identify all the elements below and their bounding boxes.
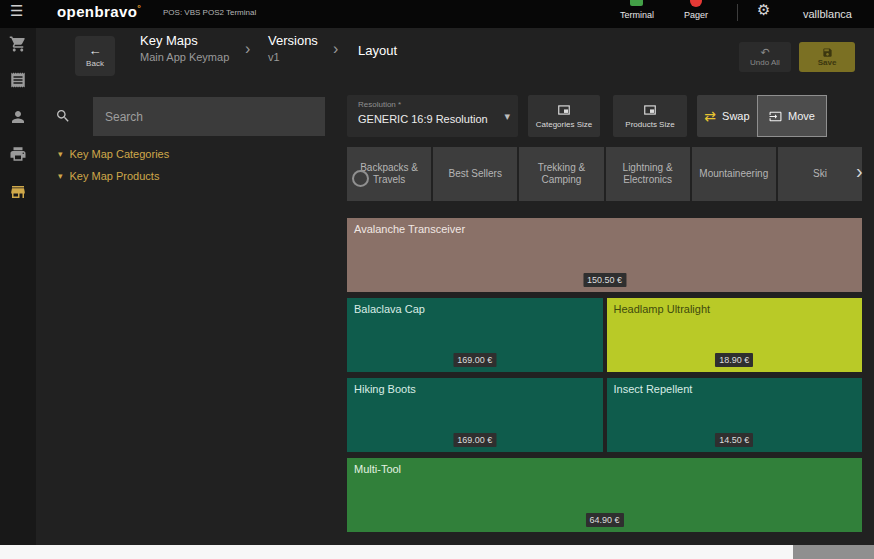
resize-icon — [557, 103, 571, 117]
terminal-status-label[interactable]: Terminal — [615, 10, 659, 20]
search-input[interactable] — [93, 97, 325, 136]
breadcrumb-chevron-icon: › — [245, 41, 250, 57]
categories-size-button[interactable]: Categories Size — [528, 95, 600, 137]
product-price-badge: 14.50 € — [715, 433, 753, 447]
chevron-down-icon: ▾ — [58, 172, 63, 181]
category-tab-row: Backpacks & Travels Best Sellers Trekkin… — [347, 147, 862, 201]
tree-item-label: Key Map Categories — [70, 148, 170, 160]
cart-icon[interactable] — [9, 35, 27, 53]
pos-terminal-label: POS: VBS POS2 Terminal — [163, 8, 256, 17]
move-mode-button-selected[interactable]: Move — [757, 95, 827, 137]
breadcrumb-versions-subtitle: v1 — [268, 51, 318, 63]
breadcrumb-keymaps-title[interactable]: Key Maps — [140, 33, 229, 48]
swap-mode-button[interactable]: ⇄ Swap — [697, 95, 757, 137]
product-tile[interactable]: Hiking Boots 169.00 € — [347, 378, 603, 452]
top-bar: ☰ openbravo° POS: VBS POS2 Terminal Term… — [0, 0, 874, 28]
horizontal-scrollbar-thumb[interactable] — [0, 545, 793, 559]
product-name: Hiking Boots — [354, 383, 596, 395]
search-icon — [55, 108, 71, 124]
product-tile[interactable]: Insect Repellent 14.50 € — [607, 378, 863, 452]
tree-item-label: Key Map Products — [70, 170, 160, 182]
resolution-dropdown[interactable]: Resolution * GENERIC 16:9 Resolution ▾ — [347, 95, 518, 137]
product-name: Avalanche Transceiver — [354, 223, 855, 235]
product-price-badge: 18.90 € — [715, 353, 753, 367]
category-tile[interactable]: Best Sellers — [433, 147, 517, 201]
product-name: Headlamp Ultralight — [614, 303, 856, 315]
products-size-button[interactable]: Products Size — [613, 95, 687, 137]
product-price-badge: 169.00 € — [453, 433, 496, 447]
logged-in-user[interactable]: vallblanca — [803, 8, 852, 20]
product-grid: Avalanche Transceiver 150.50 € Balaclava… — [347, 218, 862, 532]
undo-icon: ↶ — [760, 47, 769, 58]
resolution-selected-value: GENERIC 16:9 Resolution — [358, 113, 488, 125]
back-button[interactable]: ← Back — [75, 36, 115, 76]
customers-icon[interactable] — [9, 108, 27, 126]
swap-arrows-icon: ⇄ — [704, 109, 716, 123]
hamburger-menu-icon[interactable]: ☰ — [10, 3, 23, 18]
receipt-icon[interactable] — [9, 71, 27, 89]
product-name: Balaclava Cap — [354, 303, 596, 315]
category-label: Lightning & Electronics — [611, 162, 685, 187]
save-button[interactable]: Save — [799, 42, 855, 72]
openbravo-logo: openbravo° — [57, 3, 141, 20]
product-name: Multi-Tool — [354, 463, 855, 475]
tree-item-keymap-products[interactable]: ▾ Key Map Products — [58, 170, 159, 182]
app-screen: ☰ openbravo° POS: VBS POS2 Terminal Term… — [0, 0, 874, 559]
product-tile[interactable]: Headlamp Ultralight 18.90 € — [607, 298, 863, 372]
store-keymaps-icon-active[interactable] — [9, 183, 27, 201]
settings-gear-icon[interactable]: ⚙ — [757, 1, 770, 19]
topbar-divider — [737, 4, 738, 21]
category-label: Ski — [813, 168, 827, 181]
category-tile[interactable]: Trekking & Camping — [519, 147, 603, 201]
move-icon — [769, 110, 782, 123]
breadcrumb-versions-title[interactable]: Versions — [268, 33, 318, 48]
move-button-label: Move — [788, 110, 815, 122]
product-price-badge: 169.00 € — [453, 353, 496, 367]
breadcrumb-layout-current: Layout — [358, 43, 397, 58]
product-tile[interactable]: Multi-Tool 64.90 € — [347, 458, 862, 532]
category-label: Trekking & Camping — [524, 162, 598, 187]
category-tile[interactable]: Mountaineering — [692, 147, 776, 201]
product-price-badge: 150.50 € — [583, 273, 626, 287]
resolution-field-label: Resolution * — [358, 100, 401, 109]
undo-all-label: Undo All — [750, 58, 780, 67]
category-tile[interactable]: Lightning & Electronics — [606, 147, 690, 201]
back-button-label: Back — [86, 59, 104, 68]
category-label: Mountaineering — [699, 168, 768, 181]
breadcrumb-chevron-icon: › — [333, 41, 338, 57]
category-tile[interactable]: Ski — [778, 147, 862, 201]
category-scroll-next-icon[interactable]: › — [856, 161, 863, 181]
nav-sidebar — [0, 28, 36, 545]
swap-button-label: Swap — [722, 110, 750, 122]
categories-size-label: Categories Size — [536, 120, 592, 129]
products-size-label: Products Size — [625, 120, 674, 129]
horizontal-scrollbar-track[interactable] — [0, 545, 874, 559]
tree-item-keymap-categories[interactable]: ▾ Key Map Categories — [58, 148, 169, 160]
breadcrumb-keymaps-subtitle: Main App Keymap — [140, 51, 229, 63]
undo-all-button[interactable]: ↶ Undo All — [739, 42, 791, 72]
pager-status-icon — [690, 0, 702, 7]
save-button-label: Save — [818, 58, 837, 67]
back-arrow-icon: ← — [89, 44, 102, 57]
product-price-badge: 64.90 € — [585, 513, 623, 527]
product-name: Insect Repellent — [614, 383, 856, 395]
drag-handle-indicator — [352, 170, 369, 187]
product-tile[interactable]: Avalanche Transceiver 150.50 € — [347, 218, 862, 292]
cash-register-icon[interactable] — [9, 145, 27, 163]
terminal-status-icon — [630, 0, 643, 6]
pager-status-label[interactable]: Pager — [678, 10, 714, 20]
chevron-down-icon: ▾ — [504, 110, 510, 123]
product-tile[interactable]: Balaclava Cap 169.00 € — [347, 298, 603, 372]
chevron-down-icon: ▾ — [58, 150, 63, 159]
category-label: Best Sellers — [449, 168, 502, 181]
breadcrumb-keymaps[interactable]: Key Maps Main App Keymap — [140, 33, 229, 63]
breadcrumb-versions[interactable]: Versions v1 — [268, 33, 318, 63]
logo-mark: ° — [137, 3, 141, 13]
resize-icon — [643, 103, 657, 117]
save-floppy-icon — [822, 47, 833, 58]
